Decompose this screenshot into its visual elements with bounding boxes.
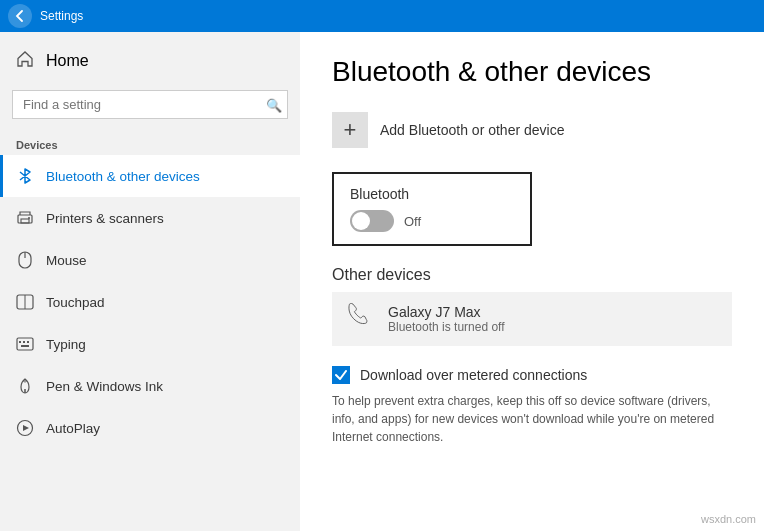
sidebar-search: 🔍 bbox=[0, 90, 300, 131]
home-icon bbox=[16, 50, 34, 72]
sidebar-item-autoplay-label: AutoPlay bbox=[46, 421, 100, 436]
info-text: To help prevent extra charges, keep this… bbox=[332, 392, 732, 446]
printer-icon bbox=[16, 209, 34, 227]
svg-rect-1 bbox=[21, 219, 29, 223]
device-name: Galaxy J7 Max bbox=[388, 304, 505, 320]
watermark: wsxdn.com bbox=[701, 513, 756, 525]
sidebar-item-pen-label: Pen & Windows Ink bbox=[46, 379, 163, 394]
keyboard-icon bbox=[16, 335, 34, 353]
svg-rect-10 bbox=[27, 341, 29, 343]
back-button[interactable] bbox=[8, 4, 32, 28]
toggle-knob bbox=[352, 212, 370, 230]
toggle-row: Off bbox=[350, 210, 514, 232]
svg-rect-8 bbox=[19, 341, 21, 343]
sidebar-item-home[interactable]: Home bbox=[0, 32, 300, 90]
pen-icon bbox=[16, 377, 34, 395]
add-device-button[interactable]: + bbox=[332, 112, 368, 148]
device-info: Galaxy J7 Max Bluetooth is turned off bbox=[388, 304, 505, 334]
sidebar-item-bluetooth[interactable]: Bluetooth & other devices bbox=[0, 155, 300, 197]
checkbox-icon[interactable] bbox=[332, 366, 350, 384]
phone-icon bbox=[346, 302, 372, 336]
sidebar-section-label: Devices bbox=[0, 131, 300, 155]
sidebar-item-touchpad[interactable]: Touchpad bbox=[0, 281, 300, 323]
sidebar-item-autoplay[interactable]: AutoPlay bbox=[0, 407, 300, 449]
toggle-state-label: Off bbox=[404, 214, 421, 229]
mouse-icon bbox=[16, 251, 34, 269]
search-button[interactable]: 🔍 bbox=[266, 97, 282, 112]
bluetooth-section: Bluetooth Off bbox=[332, 172, 532, 246]
bluetooth-section-title: Bluetooth bbox=[350, 186, 514, 202]
add-device-label: Add Bluetooth or other device bbox=[380, 122, 564, 138]
autoplay-icon bbox=[16, 419, 34, 437]
sidebar-item-mouse-label: Mouse bbox=[46, 253, 87, 268]
sidebar-item-mouse[interactable]: Mouse bbox=[0, 239, 300, 281]
title-bar-text: Settings bbox=[40, 9, 83, 23]
title-bar: Settings bbox=[0, 0, 764, 32]
main-layout: Home 🔍 Devices Bluetooth & other devices bbox=[0, 32, 764, 531]
checkbox-row[interactable]: Download over metered connections bbox=[332, 366, 732, 384]
sidebar-item-typing-label: Typing bbox=[46, 337, 86, 352]
search-wrapper: 🔍 bbox=[12, 90, 288, 119]
bluetooth-icon bbox=[16, 167, 34, 185]
touchpad-icon bbox=[16, 293, 34, 311]
device-row: Galaxy J7 Max Bluetooth is turned off bbox=[332, 292, 732, 346]
svg-rect-11 bbox=[21, 345, 29, 347]
sidebar-item-bluetooth-label: Bluetooth & other devices bbox=[46, 169, 200, 184]
sidebar-item-pen[interactable]: Pen & Windows Ink bbox=[0, 365, 300, 407]
checkbox-label: Download over metered connections bbox=[360, 367, 587, 383]
home-label: Home bbox=[46, 52, 89, 70]
svg-rect-7 bbox=[17, 338, 33, 350]
sidebar-item-printers[interactable]: Printers & scanners bbox=[0, 197, 300, 239]
search-input[interactable] bbox=[12, 90, 288, 119]
page-title: Bluetooth & other devices bbox=[332, 56, 732, 88]
bluetooth-toggle[interactable] bbox=[350, 210, 394, 232]
svg-marker-15 bbox=[23, 425, 29, 431]
svg-point-2 bbox=[28, 217, 30, 219]
sidebar: Home 🔍 Devices Bluetooth & other devices bbox=[0, 32, 300, 531]
svg-rect-9 bbox=[23, 341, 25, 343]
sidebar-item-touchpad-label: Touchpad bbox=[46, 295, 105, 310]
sidebar-item-typing[interactable]: Typing bbox=[0, 323, 300, 365]
svg-point-13 bbox=[24, 380, 27, 382]
sidebar-item-printers-label: Printers & scanners bbox=[46, 211, 164, 226]
device-status: Bluetooth is turned off bbox=[388, 320, 505, 334]
add-device-row[interactable]: + Add Bluetooth or other device bbox=[332, 112, 732, 148]
content-area: Bluetooth & other devices + Add Bluetoot… bbox=[300, 32, 764, 531]
other-devices-heading: Other devices bbox=[332, 266, 732, 284]
